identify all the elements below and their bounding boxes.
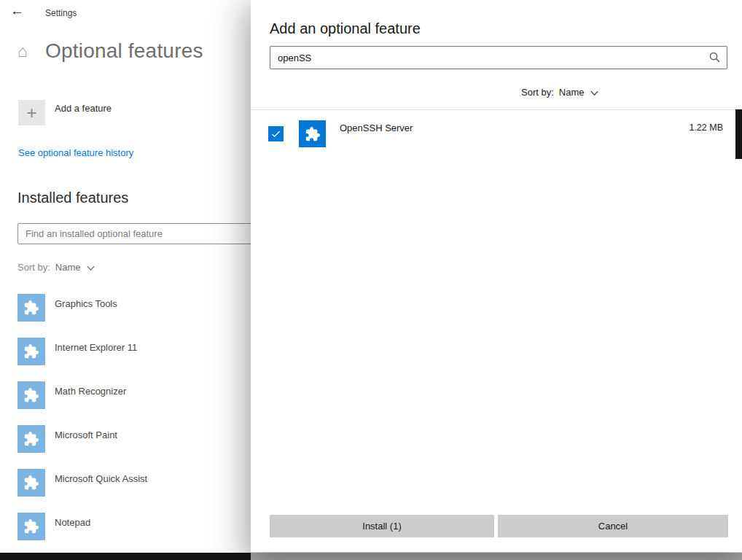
puzzle-piece-icon (17, 425, 45, 453)
installed-feature-row[interactable]: Graphics Tools (17, 294, 117, 322)
feature-result-row[interactable]: OpenSSH Server 1.22 MB (251, 115, 742, 153)
divider (251, 109, 742, 110)
installed-feature-name: Graphics Tools (55, 298, 117, 309)
optional-feature-history-link[interactable]: See optional feature history (18, 147, 133, 158)
back-button[interactable]: ← (10, 3, 24, 19)
background-window-edge (735, 109, 742, 159)
dialog-sort-dropdown[interactable]: Sort by: Name (521, 87, 598, 98)
puzzle-piece-icon (17, 338, 45, 365)
feature-result-size: 1.22 MB (689, 122, 723, 133)
app-title: Settings (45, 8, 77, 18)
sort-by-value: Name (55, 262, 81, 273)
plus-icon: + (18, 100, 45, 125)
puzzle-piece-icon (17, 513, 45, 540)
back-arrow-icon: ← (10, 3, 24, 18)
add-optional-feature-dialog: Add an optional feature Sort by: Name Op… (251, 0, 742, 552)
installed-feature-name: Microsoft Quick Assist (55, 473, 147, 484)
feature-result-name: OpenSSH Server (340, 122, 413, 133)
dialog-title: Add an optional feature (270, 20, 421, 37)
dialog-search-input[interactable] (270, 46, 727, 69)
screen: ← Settings ⌂ Optional features + Add a f… (0, 0, 742, 560)
sort-by-label: Sort by: (17, 262, 50, 273)
installed-feature-name: Internet Explorer 11 (55, 342, 137, 353)
installed-feature-name: Notepad (55, 517, 90, 528)
puzzle-piece-icon (299, 120, 326, 147)
installed-feature-row[interactable]: Math Recognizer (17, 381, 126, 409)
home-icon: ⌂ (17, 42, 28, 61)
sort-by-value: Name (559, 87, 585, 98)
add-feature-label: Add a feature (55, 103, 112, 114)
puzzle-piece-icon (17, 381, 45, 409)
taskbar[interactable] (0, 553, 251, 560)
puzzle-piece-icon (17, 294, 45, 322)
installed-sort-dropdown[interactable]: Sort by: Name (17, 262, 95, 273)
installed-feature-row[interactable]: Microsoft Quick Assist (17, 469, 147, 497)
cancel-button[interactable]: Cancel (498, 515, 728, 537)
installed-feature-name: Microsoft Paint (55, 429, 117, 440)
puzzle-piece-icon (17, 469, 45, 497)
chevron-down-icon (87, 265, 95, 271)
installed-feature-row[interactable]: Notepad (17, 513, 90, 540)
search-icon[interactable] (708, 51, 721, 63)
installed-feature-row[interactable]: Internet Explorer 11 (17, 338, 137, 365)
installed-feature-name: Math Recognizer (55, 386, 126, 397)
installed-features-heading: Installed features (17, 190, 128, 206)
check-icon (270, 128, 281, 139)
taskbar-window-segment[interactable] (251, 553, 742, 560)
sort-by-label: Sort by: (521, 87, 554, 98)
chevron-down-icon (590, 90, 598, 96)
dialog-search (270, 46, 727, 69)
install-button[interactable]: Install (1) (270, 515, 494, 537)
installed-feature-row[interactable]: Microsoft Paint (17, 425, 117, 453)
add-feature-button[interactable]: + Add a feature (18, 100, 112, 125)
page-title: Optional features (45, 39, 203, 63)
result-checkbox[interactable] (268, 126, 284, 141)
